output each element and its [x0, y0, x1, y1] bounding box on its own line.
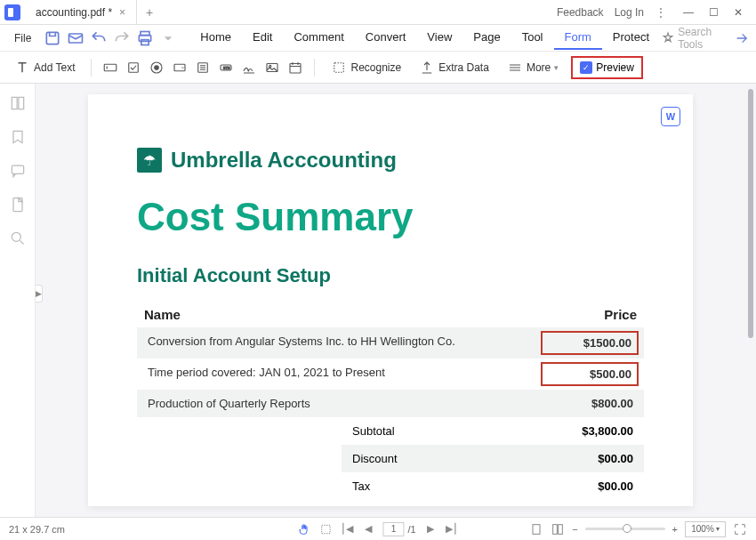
svg-rect-0: [47, 32, 59, 44]
preview-button[interactable]: ✓ Preview: [571, 56, 643, 79]
table-row: Time period covered: JAN 01, 2021 to Pre…: [137, 359, 644, 390]
fit-page-icon[interactable]: [529, 522, 543, 536]
more-icon: [507, 60, 523, 76]
zoom-level[interactable]: 100%▾: [685, 521, 726, 537]
row-name: Time period covered: JAN 01, 2021 to Pre…: [148, 366, 541, 383]
menu-page[interactable]: Page: [462, 26, 511, 50]
zoom-out-button[interactable]: −: [572, 524, 577, 535]
pdf-page: W ☂ Umbrella Acccounting Cost Summary In…: [88, 94, 693, 506]
dropdown-icon[interactable]: [172, 60, 188, 76]
svg-rect-17: [12, 97, 17, 109]
svg-rect-22: [322, 525, 330, 533]
button-icon[interactable]: BTN: [218, 60, 234, 76]
last-page-icon[interactable]: ▶⎮: [445, 522, 459, 536]
checkbox-icon[interactable]: [125, 60, 141, 76]
bookmarks-icon[interactable]: [9, 128, 27, 146]
feedback-link[interactable]: Feedback: [557, 6, 604, 19]
add-text-label: Add Text: [34, 61, 75, 74]
menu-home[interactable]: Home: [189, 26, 242, 50]
menu-convert[interactable]: Convert: [355, 26, 417, 50]
summary-label: Discount: [352, 452, 535, 465]
date-field-icon[interactable]: [287, 60, 303, 76]
title-bar: accounting.pdf * × + Feedback Log In ⋮ —…: [0, 0, 756, 25]
select-tool-icon[interactable]: [318, 522, 333, 536]
menu-form[interactable]: Form: [554, 26, 602, 50]
menu-tabs: Home Edit Comment Convert View Page Tool…: [189, 26, 660, 50]
fullscreen-icon[interactable]: [733, 522, 747, 536]
row-price[interactable]: $1500.00: [541, 331, 639, 355]
summary-label: Subtotal: [352, 424, 535, 438]
page-navigator[interactable]: 1 /1: [382, 522, 415, 536]
chevron-down-icon: ▾: [554, 63, 559, 72]
svg-rect-15: [290, 63, 301, 73]
zoom-knob[interactable]: [623, 524, 631, 533]
svg-point-8: [155, 65, 159, 69]
image-field-icon[interactable]: [264, 60, 280, 76]
minimize-button[interactable]: —: [678, 2, 699, 23]
search-tools[interactable]: Search Tools: [662, 26, 726, 51]
radio-icon[interactable]: [149, 60, 165, 76]
login-link[interactable]: Log In: [615, 6, 644, 19]
header-price: Price: [539, 307, 637, 322]
status-bar: 21 x 29.7 cm ⎮◀ ◀ 1 /1 ▶ ▶⎮ − + 100%▾: [0, 517, 756, 540]
summary-row: Discount$00.00: [137, 445, 644, 472]
menu-tool[interactable]: Tool: [511, 26, 554, 50]
svg-rect-16: [334, 62, 344, 72]
page-dimensions: 21 x 29.7 cm: [9, 524, 65, 535]
divider: [314, 59, 315, 77]
zoom-in-button[interactable]: +: [672, 524, 678, 535]
more-button[interactable]: More ▾: [502, 56, 564, 79]
listbox-icon[interactable]: [195, 60, 211, 76]
svg-rect-23: [533, 524, 540, 534]
first-page-icon[interactable]: ⎮◀: [340, 522, 354, 536]
menu-view[interactable]: View: [416, 26, 462, 50]
summary-label: Tax: [352, 480, 535, 493]
close-button[interactable]: ✕: [728, 2, 749, 23]
print-dropdown-icon[interactable]: [159, 29, 177, 47]
main-area: ▶ W ☂ Umbrella Acccounting Cost Summary …: [0, 84, 756, 517]
recognize-label: Recognize: [350, 61, 401, 74]
print-icon[interactable]: [136, 29, 154, 47]
menu-protect[interactable]: Protect: [602, 26, 660, 50]
document-title: Cost Summary: [137, 195, 644, 239]
menu-comment[interactable]: Comment: [283, 26, 354, 50]
mail-icon[interactable]: [67, 29, 84, 47]
brand-row: ☂ Umbrella Acccounting: [137, 148, 644, 173]
textfield-icon[interactable]: [102, 60, 118, 76]
file-menu[interactable]: File: [7, 28, 38, 48]
recognize-button[interactable]: Recognize: [326, 56, 406, 79]
attachments-icon[interactable]: [9, 196, 27, 214]
thumbnails-icon[interactable]: [9, 94, 27, 112]
prev-page-icon[interactable]: ◀: [361, 522, 375, 536]
page-total: /1: [407, 524, 415, 535]
recognize-icon: [331, 60, 347, 76]
zoom-slider[interactable]: [585, 528, 665, 530]
document-tab[interactable]: accounting.pdf * ×: [25, 0, 137, 24]
share-icon[interactable]: [735, 29, 749, 47]
hand-tool-icon[interactable]: [297, 522, 311, 536]
scroll-thumb[interactable]: [748, 89, 753, 338]
undo-icon[interactable]: [90, 29, 108, 47]
new-tab-button[interactable]: +: [137, 5, 162, 20]
divider: [91, 59, 92, 77]
add-text-button[interactable]: Add Text: [9, 56, 80, 79]
row-price[interactable]: $500.00: [541, 362, 639, 386]
next-page-icon[interactable]: ▶: [423, 522, 438, 536]
search-panel-icon[interactable]: [9, 230, 27, 247]
word-export-badge[interactable]: W: [661, 107, 680, 126]
extra-data-button[interactable]: Extra Data: [414, 56, 495, 79]
vertical-scrollbar[interactable]: [745, 84, 756, 517]
signature-icon[interactable]: [241, 60, 257, 76]
redo-icon[interactable]: [113, 29, 131, 47]
comments-icon[interactable]: [9, 162, 27, 180]
fit-width-icon[interactable]: [551, 522, 565, 536]
app-icon: [0, 0, 25, 25]
maximize-button[interactable]: ☐: [703, 2, 724, 23]
svg-rect-19: [12, 165, 23, 173]
tab-close-icon[interactable]: ×: [119, 6, 125, 19]
save-icon[interactable]: [44, 29, 61, 47]
left-sidebar: [0, 84, 36, 517]
page-current[interactable]: 1: [382, 522, 404, 536]
menu-edit[interactable]: Edit: [242, 26, 283, 50]
more-menu-icon[interactable]: ⋮: [655, 5, 667, 20]
